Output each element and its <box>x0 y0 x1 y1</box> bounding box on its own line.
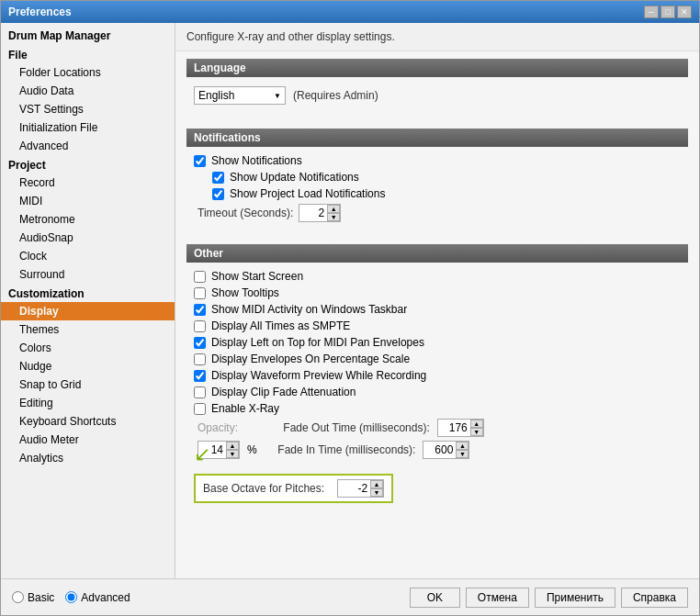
display-clip-fade-checkbox[interactable] <box>194 386 206 398</box>
base-octave-decrement-button[interactable]: ▼ <box>370 488 383 497</box>
other-section-content: Show Start Screen Show Tooltips Show MID… <box>186 263 688 512</box>
checkbox-show-start-screen: Show Start Screen <box>194 268 681 285</box>
sidebar-item-audio-meter[interactable]: Audio Meter <box>1 431 175 449</box>
advanced-label: Advanced <box>81 591 130 604</box>
window-title: Preferences <box>8 6 72 18</box>
display-waveform-preview-checkbox[interactable] <box>194 370 206 382</box>
sidebar-item-colors[interactable]: Colors <box>1 339 175 357</box>
sidebar-item-display[interactable]: Display <box>1 302 175 320</box>
show-midi-activity-label: Show MIDI Activity on Windows Taskbar <box>211 303 407 316</box>
bottom-left: Basic Advanced <box>12 591 130 604</box>
sidebar-item-snap-to-grid[interactable]: Snap to Grid <box>1 375 175 394</box>
fade-in-increment-button[interactable]: ▲ <box>456 442 469 450</box>
notifications-section: Notifications Show Notifications Show Up… <box>186 129 688 230</box>
sidebar-item-keyboard-shortcuts[interactable]: Keyboard Shortcuts <box>1 412 175 431</box>
show-project-load-notifications-checkbox[interactable] <box>212 188 224 200</box>
opacity-increment-button[interactable]: ▲ <box>226 442 239 450</box>
fade-in-decrement-button[interactable]: ▼ <box>456 450 469 458</box>
cancel-button[interactable]: Отмена <box>466 588 529 608</box>
maximize-button[interactable]: □ <box>660 6 675 18</box>
requires-admin-label: (Requires Admin) <box>293 89 378 102</box>
show-project-load-notifications-label: Show Project Load Notifications <box>230 187 385 200</box>
other-section-header: Other <box>186 244 688 263</box>
opacity-decrement-button[interactable]: ▼ <box>226 450 239 458</box>
fade-in-input[interactable] <box>423 442 456 457</box>
base-octave-label: Base Octave for Pitches: <box>203 482 324 495</box>
basic-label: Basic <box>28 591 54 604</box>
sidebar-item-metronome[interactable]: Metronome <box>1 210 175 229</box>
sidebar-item-initialization-file[interactable]: Initialization File <box>1 118 175 137</box>
show-tooltips-checkbox[interactable] <box>194 287 206 299</box>
opacity-row: Opacity: Fade Out Time (milliseconds): ▲… <box>194 417 681 439</box>
sidebar-item-audiosnap[interactable]: AudioSnap <box>1 229 175 247</box>
sidebar-item-midi[interactable]: MIDI <box>1 192 175 210</box>
checkbox-show-notifications: Show Notifications <box>194 152 681 169</box>
basic-radio[interactable] <box>12 591 24 603</box>
title-bar: Preferences ─ □ ✕ <box>1 1 699 23</box>
base-octave-input[interactable] <box>338 481 370 496</box>
display-clip-fade-label: Display Clip Fade Attenuation <box>211 386 356 398</box>
notifications-section-header: Notifications <box>186 129 688 147</box>
show-start-screen-checkbox[interactable] <box>194 271 206 283</box>
sidebar-item-editing[interactable]: Editing <box>1 394 175 412</box>
fade-out-input[interactable] <box>438 420 470 435</box>
sidebar-item-analytics[interactable]: Analytics <box>1 449 175 467</box>
display-all-times-smpte-checkbox[interactable] <box>194 320 206 332</box>
fade-in-row: ▲ ▼ % Fade In Time (milliseconds): ▲ ▼ <box>194 439 681 461</box>
sidebar-section-project: Project <box>1 155 175 174</box>
minimize-button[interactable]: ─ <box>644 6 659 18</box>
ok-button[interactable]: OK <box>410 588 460 608</box>
timeout-input[interactable] <box>299 206 327 220</box>
sidebar-section-file: File <box>1 45 175 63</box>
display-envelopes-percentage-label: Display Envelopes On Percentage Scale <box>211 353 410 365</box>
base-octave-increment-button[interactable]: ▲ <box>370 480 383 488</box>
sidebar-section-customization: Customization <box>1 284 175 302</box>
main-content: Drum Map Manager File Folder Locations A… <box>1 23 699 578</box>
notifications-section-content: Show Notifications Show Update Notificat… <box>186 147 688 230</box>
sidebar-item-clock[interactable]: Clock <box>1 247 175 265</box>
help-button[interactable]: Справка <box>621 588 688 608</box>
timeout-decrement-button[interactable]: ▼ <box>327 213 340 221</box>
display-all-times-smpte-label: Display All Times as SMPTE <box>211 319 350 332</box>
apply-button[interactable]: Применить <box>535 588 615 608</box>
timeout-spinner: ▲ ▼ <box>327 205 340 221</box>
sidebar-item-vst-settings[interactable]: VST Settings <box>1 100 175 118</box>
sidebar-item-advanced[interactable]: Advanced <box>1 137 175 155</box>
sidebar-item-surround[interactable]: Surround <box>1 265 175 284</box>
timeout-row: Timeout (Seconds): ▲ ▼ <box>194 202 681 224</box>
fade-out-decrement-button[interactable]: ▼ <box>470 428 483 436</box>
language-row: English ▼ (Requires Admin) <box>194 86 681 105</box>
sidebar-item-record[interactable]: Record <box>1 174 175 192</box>
checkbox-show-tooltips: Show Tooltips <box>194 285 681 301</box>
advanced-radio-option[interactable]: Advanced <box>65 591 130 604</box>
preferences-window: Preferences ─ □ ✕ Drum Map Manager File … <box>0 0 700 616</box>
opacity-spinner: ▲ ▼ <box>226 442 239 458</box>
fade-in-spinner: ▲ ▼ <box>456 442 469 458</box>
sidebar-item-drum-map-manager[interactable]: Drum Map Manager <box>1 27 175 45</box>
show-update-notifications-checkbox[interactable] <box>212 172 224 184</box>
sidebar-item-themes[interactable]: Themes <box>1 320 175 339</box>
sidebar-item-folder-locations[interactable]: Folder Locations <box>1 63 175 82</box>
enable-xray-checkbox[interactable] <box>194 403 206 415</box>
language-dropdown[interactable]: English ▼ <box>194 86 286 105</box>
bottom-bar: Basic Advanced OK Отмена Применить Справ… <box>1 578 699 615</box>
sidebar-item-nudge[interactable]: Nudge <box>1 357 175 375</box>
basic-radio-option[interactable]: Basic <box>12 591 54 604</box>
panel-header: Configure X-ray and other display settin… <box>175 23 699 51</box>
fade-out-label: Fade Out Time (milliseconds): <box>283 421 429 434</box>
display-left-on-top-label: Display Left on Top for MIDI Pan Envelop… <box>211 336 424 349</box>
other-section: Other Show Start Screen Show Tooltips Sh… <box>186 244 688 512</box>
show-notifications-checkbox[interactable] <box>194 155 206 167</box>
fade-out-increment-button[interactable]: ▲ <box>470 420 483 428</box>
sidebar-item-audio-data[interactable]: Audio Data <box>1 82 175 100</box>
close-button[interactable]: ✕ <box>677 6 692 18</box>
display-envelopes-percentage-checkbox[interactable] <box>194 353 206 365</box>
base-octave-spinner: ▲ ▼ <box>370 480 383 497</box>
show-notifications-label: Show Notifications <box>211 154 302 167</box>
checkbox-display-clip-fade: Display Clip Fade Attenuation <box>194 384 681 400</box>
advanced-radio[interactable] <box>65 591 77 603</box>
display-left-on-top-checkbox[interactable] <box>194 337 206 349</box>
checkbox-display-envelopes-percentage: Display Envelopes On Percentage Scale <box>194 351 681 367</box>
timeout-increment-button[interactable]: ▲ <box>327 205 340 213</box>
show-midi-activity-checkbox[interactable] <box>194 304 206 316</box>
